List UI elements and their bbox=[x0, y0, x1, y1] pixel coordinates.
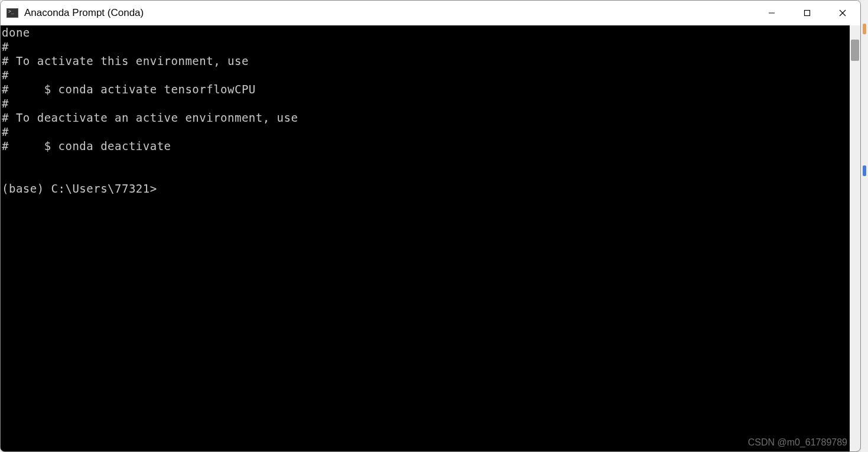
svg-rect-1 bbox=[805, 11, 810, 16]
gutter-marker bbox=[863, 24, 866, 34]
app-icon bbox=[6, 8, 18, 18]
maximize-button[interactable] bbox=[789, 1, 825, 25]
close-button[interactable] bbox=[825, 1, 860, 25]
window-title: Anaconda Prompt (Conda) bbox=[24, 7, 754, 19]
vertical-scrollbar[interactable] bbox=[850, 25, 860, 451]
terminal-output[interactable]: done # # To activate this environment, u… bbox=[1, 25, 850, 451]
minimize-button[interactable] bbox=[754, 1, 789, 25]
external-scroll-gutter bbox=[861, 0, 868, 452]
close-icon bbox=[838, 9, 847, 17]
titlebar[interactable]: Anaconda Prompt (Conda) bbox=[1, 1, 860, 25]
window-controls bbox=[754, 1, 860, 25]
terminal-area: done # # To activate this environment, u… bbox=[1, 25, 860, 451]
maximize-icon bbox=[804, 9, 811, 17]
scrollbar-thumb[interactable] bbox=[851, 40, 859, 61]
terminal-window: Anaconda Prompt (Conda) done # # To acti… bbox=[0, 0, 861, 452]
minimize-icon bbox=[768, 9, 775, 17]
gutter-marker bbox=[863, 165, 866, 176]
